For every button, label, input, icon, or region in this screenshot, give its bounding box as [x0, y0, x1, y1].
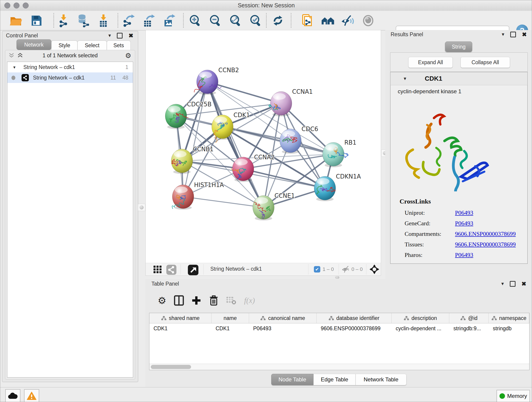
network-row-selected[interactable]: String Network – cdk1 11 48: [7, 72, 133, 83]
results-panel-float-icon[interactable]: [510, 32, 516, 37]
tab-style[interactable]: Style: [51, 41, 77, 50]
function-builder-icon[interactable]: f(x): [241, 294, 258, 306]
fit-content-crosshair-icon[interactable]: [369, 264, 380, 274]
network-share-icon[interactable]: [166, 265, 177, 275]
open-session-button[interactable]: [9, 14, 23, 27]
import-network-database-button[interactable]: [76, 14, 90, 27]
birds-eye-view-icon[interactable]: [188, 265, 198, 275]
crosslink-link[interactable]: 9606.ENSP00000378699: [455, 241, 516, 248]
import-table-file-button[interactable]: [96, 14, 110, 27]
network-view[interactable]: CCNB2CCNA1CDC25BCDK1CDC6RB1CCNB1CCNA2CDK…: [146, 30, 381, 276]
table-row[interactable]: CDK1CDK1P064939606.ENSP00000378699cyclin…: [149, 323, 529, 333]
table-cell[interactable]: cyclin-dependent ...: [392, 323, 449, 333]
results-panel-close-icon[interactable]: ✖: [522, 32, 527, 37]
results-panel-menu-icon[interactable]: ▾: [502, 32, 504, 37]
collection-expander-icon[interactable]: ▾: [13, 65, 16, 70]
export-image-button[interactable]: [162, 14, 176, 27]
crosslink-link[interactable]: P06493: [455, 252, 473, 259]
memory-button[interactable]: Memory: [496, 390, 530, 402]
node-label: CDC6: [302, 126, 318, 133]
eye-icon: [361, 14, 375, 27]
zoom-selected-button[interactable]: [249, 14, 262, 27]
control-panel-float-icon[interactable]: [117, 33, 123, 38]
tab-sets[interactable]: Sets: [107, 41, 131, 50]
toolbar-separator: [183, 13, 184, 28]
table-panel-menu-icon[interactable]: ▾: [501, 281, 504, 287]
zoom-in-button[interactable]: [188, 14, 202, 27]
network-edge[interactable]: [207, 82, 264, 207]
refresh-button[interactable]: [271, 14, 285, 27]
network-edge[interactable]: [183, 197, 264, 207]
gene-expander-icon[interactable]: ▾: [404, 76, 406, 82]
crosslink-link[interactable]: P06493: [455, 220, 473, 227]
crosslink-row: Uniprot: P06493: [405, 208, 425, 218]
network-node[interactable]: CCNB2: [194, 67, 239, 95]
table-panel-title: Table Panel: [152, 281, 179, 287]
expand-all-button[interactable]: Expand All: [408, 57, 453, 68]
left-splitter-handle[interactable]: [138, 204, 145, 211]
table-panel-close-icon[interactable]: ✖: [521, 281, 526, 287]
table-toolbar: ⚙ f(x): [149, 289, 529, 312]
network-node[interactable]: HIST1H1A: [172, 182, 224, 210]
export-table-button[interactable]: [142, 14, 156, 27]
import-network-file-button[interactable]: [57, 14, 70, 27]
column-header[interactable]: namespace: [489, 313, 529, 323]
delete-column-icon[interactable]: [208, 294, 220, 306]
network-edge[interactable]: [207, 82, 281, 103]
delete-table-icon[interactable]: [225, 294, 237, 306]
table-cell[interactable]: CDK1: [149, 323, 211, 333]
cloud-status-button[interactable]: [5, 389, 20, 402]
column-header[interactable]: name: [211, 313, 249, 323]
zoom-out-button[interactable]: [208, 14, 222, 27]
network-canvas[interactable]: CCNB2CCNA1CDC25BCDK1CDC6RB1CCNB1CCNA2CDK…: [146, 30, 381, 263]
tab-select[interactable]: Select: [77, 41, 107, 50]
gene-section-header[interactable]: ▾ CDK1: [390, 72, 527, 85]
table-cell[interactable]: stringdb: [489, 323, 529, 333]
control-panel-menu-icon[interactable]: ▾: [108, 32, 111, 38]
selected-checkbox[interactable]: ✔: [314, 266, 320, 273]
control-panel-close-icon[interactable]: ✖: [128, 33, 133, 38]
network-from-clipboard-button[interactable]: [300, 14, 314, 27]
collapse-all-button[interactable]: Collapse All: [461, 57, 510, 68]
tab-network-table[interactable]: Network Table: [355, 374, 406, 385]
crosslink-link[interactable]: 9606.ENSP00000378699: [455, 230, 516, 237]
tab-edge-table[interactable]: Edge Table: [313, 374, 355, 385]
table-options-gear-icon[interactable]: ⚙: [156, 294, 168, 306]
show-columns-icon[interactable]: [173, 294, 185, 306]
table-cell[interactable]: 9606.ENSP00000378699: [317, 323, 392, 333]
scrollbar-thumb[interactable]: [151, 365, 191, 369]
network-node[interactable]: CDK1: [212, 112, 250, 143]
export-network-button[interactable]: [122, 14, 135, 27]
hidden-eye-icon[interactable]: [342, 266, 350, 273]
table-panel-float-icon[interactable]: [510, 281, 515, 287]
column-header[interactable]: canonical name: [249, 313, 317, 323]
network-node[interactable]: RB1: [323, 139, 356, 167]
tab-node-table[interactable]: Node Table: [271, 374, 313, 385]
network-collection-row[interactable]: ▾ String Network – cdk1 1: [7, 62, 133, 72]
tab-network[interactable]: Network: [17, 39, 51, 50]
table-cell[interactable]: P06493: [249, 323, 317, 333]
add-column-icon[interactable]: [190, 294, 202, 306]
first-neighbors-button[interactable]: [321, 14, 335, 27]
column-header[interactable]: shared name: [149, 313, 211, 323]
bottom-splitter-handle[interactable]: [335, 276, 339, 279]
show-all-button[interactable]: [361, 14, 375, 27]
column-header[interactable]: description: [392, 313, 449, 323]
hide-selected-button[interactable]: [341, 14, 355, 27]
table-cell[interactable]: stringdb:9...: [449, 323, 489, 333]
crosslink-link[interactable]: P06493: [455, 210, 473, 216]
network-node[interactable]: CDKN1A: [314, 173, 361, 201]
table-cell[interactable]: CDK1: [211, 323, 249, 333]
network-edge[interactable]: [183, 82, 207, 197]
tab-string[interactable]: String: [445, 41, 472, 52]
warnings-button[interactable]: [24, 389, 39, 402]
grid-view-icon[interactable]: [153, 265, 162, 274]
column-namespace-icon: [460, 316, 466, 320]
save-session-button[interactable]: [30, 14, 43, 27]
network-list-options-icon[interactable]: ⚙: [125, 51, 131, 60]
zoom-fit-button[interactable]: [228, 14, 242, 27]
column-header[interactable]: @id: [449, 313, 489, 323]
column-header[interactable]: database identifier: [317, 313, 392, 323]
network-node[interactable]: CCNE1: [253, 192, 295, 220]
table-horizontal-scrollbar[interactable]: [149, 364, 529, 370]
